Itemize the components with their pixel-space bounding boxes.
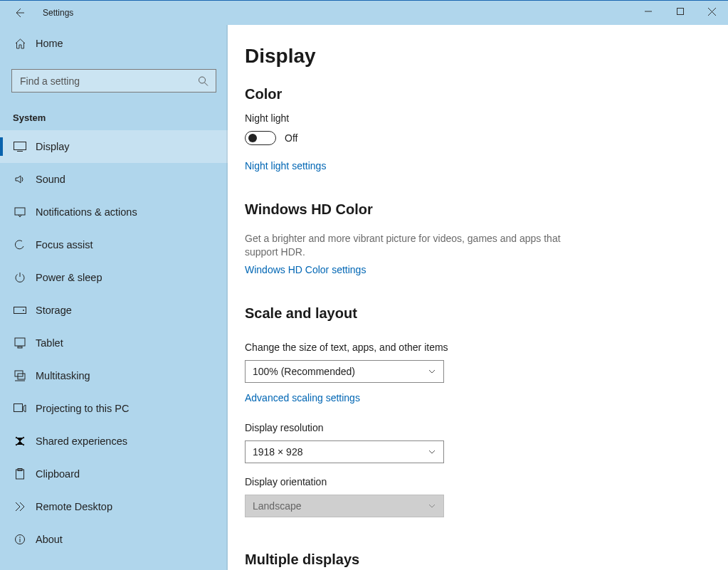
svg-point-23	[19, 537, 21, 538]
orientation-value: Landscape	[253, 500, 302, 512]
power-icon	[13, 272, 27, 283]
sidebar-item-about[interactable]: About	[0, 523, 228, 556]
sidebar-item-display[interactable]: Display	[0, 130, 228, 163]
sidebar: Home System DisplaySoundNotifications & …	[0, 25, 228, 570]
chevron-down-icon	[428, 367, 436, 376]
sidebar-item-label: Power & sleep	[36, 272, 102, 283]
sidebar-item-label: Projecting to this PC	[36, 403, 129, 414]
titlebar-left: Settings	[0, 1, 73, 25]
sidebar-item-projecting-to-this-pc[interactable]: Projecting to this PC	[0, 392, 228, 425]
night-light-label: Night light	[245, 112, 728, 124]
sidebar-item-shared-experiences[interactable]: Shared experiences	[0, 425, 228, 458]
scale-dropdown[interactable]: 100% (Recommended)	[245, 360, 444, 383]
resolution-label: Display resolution	[245, 422, 728, 433]
display-icon	[13, 142, 27, 152]
chevron-down-icon	[428, 502, 436, 510]
search-input[interactable]	[12, 75, 190, 87]
svg-point-8	[23, 310, 24, 311]
search-box[interactable]	[11, 69, 216, 93]
shared-icon	[13, 436, 27, 447]
search-container	[11, 69, 216, 93]
section-color: Color	[245, 86, 728, 102]
page-title: Display	[245, 45, 728, 68]
hd-color-description: Get a brighter and more vibrant picture …	[245, 232, 579, 259]
sidebar-item-label: Focus assist	[36, 239, 93, 250]
night-light-settings-link[interactable]: Night light settings	[245, 160, 326, 171]
home-icon	[13, 38, 27, 50]
main-content: Display Color Night light Off Night ligh…	[228, 25, 728, 570]
svg-point-2	[199, 77, 206, 83]
storage-icon	[13, 307, 27, 314]
scale-value: 100% (Recommended)	[253, 366, 355, 377]
sidebar-item-clipboard[interactable]: Clipboard	[0, 458, 228, 490]
window-controls	[632, 1, 728, 22]
sidebar-item-focus-assist[interactable]: Focus assist	[0, 228, 228, 261]
scale-change-label: Change the size of text, apps, and other…	[245, 342, 728, 353]
sidebar-item-storage[interactable]: Storage	[0, 294, 228, 327]
maximize-icon	[677, 8, 684, 15]
close-button[interactable]	[696, 1, 728, 22]
clipboard-icon	[13, 468, 27, 480]
sidebar-item-label: Notifications & actions	[36, 206, 137, 218]
svg-rect-10	[18, 347, 22, 348]
close-icon	[708, 8, 716, 16]
settings-window: Settings Home	[0, 0, 728, 570]
sidebar-item-label: Clipboard	[36, 468, 80, 480]
tablet-icon	[13, 337, 27, 349]
night-light-state: Off	[285, 132, 297, 144]
multitask-icon	[13, 370, 27, 381]
maximize-button[interactable]	[664, 1, 696, 22]
sidebar-item-multitasking[interactable]: Multitasking	[0, 359, 228, 392]
titlebar: Settings	[0, 1, 728, 25]
sidebar-item-label: About	[36, 534, 63, 545]
back-button[interactable]	[13, 6, 26, 19]
svg-rect-14	[14, 404, 23, 412]
svg-rect-6	[15, 208, 25, 215]
notifications-icon	[13, 206, 27, 218]
orientation-dropdown: Landscape	[245, 495, 444, 517]
section-multiple-displays: Multiple displays	[245, 551, 728, 568]
sidebar-item-remote-desktop[interactable]: Remote Desktop	[0, 490, 228, 523]
sidebar-item-sound[interactable]: Sound	[0, 163, 228, 196]
advanced-scaling-link[interactable]: Advanced scaling settings	[245, 392, 360, 403]
sidebar-item-tablet[interactable]: Tablet	[0, 327, 228, 359]
window-title: Settings	[43, 8, 73, 18]
orientation-label: Display orientation	[245, 476, 728, 487]
back-arrow-icon	[14, 7, 25, 19]
sidebar-item-label: Tablet	[36, 337, 63, 349]
remote-icon	[13, 501, 27, 512]
sidebar-item-label: Shared experiences	[36, 436, 127, 447]
sidebar-item-label: Multitasking	[36, 370, 90, 381]
search-icon	[198, 75, 209, 86]
resolution-dropdown[interactable]: 1918 × 928	[245, 440, 444, 463]
home-button[interactable]: Home	[0, 28, 228, 59]
sound-icon	[13, 174, 27, 185]
section-hd-color: Windows HD Color	[245, 201, 728, 218]
section-scale: Scale and layout	[245, 305, 728, 322]
sidebar-item-notifications-actions[interactable]: Notifications & actions	[0, 196, 228, 228]
night-light-toggle[interactable]	[245, 131, 276, 145]
sidebar-item-label: Sound	[36, 174, 65, 185]
sidebar-item-power-sleep[interactable]: Power & sleep	[0, 261, 228, 294]
home-label: Home	[36, 38, 63, 49]
toggle-knob	[248, 134, 257, 142]
night-light-toggle-row: Off	[245, 131, 728, 145]
focus-icon	[13, 239, 27, 250]
sidebar-item-label: Remote Desktop	[36, 501, 112, 512]
hd-color-settings-link[interactable]: Windows HD Color settings	[245, 264, 366, 275]
minimize-button[interactable]	[632, 1, 664, 22]
sidebar-section-label: System	[0, 100, 228, 130]
window-body: Home System DisplaySoundNotifications & …	[0, 25, 728, 570]
svg-rect-9	[15, 338, 25, 346]
sidebar-nav: DisplaySoundNotifications & actionsFocus…	[0, 130, 228, 556]
svg-rect-1	[677, 9, 683, 15]
svg-line-3	[205, 83, 209, 86]
projecting-icon	[13, 403, 27, 413]
resolution-value: 1918 × 928	[253, 446, 302, 458]
about-icon	[13, 534, 27, 545]
chevron-down-icon	[428, 448, 436, 456]
svg-rect-4	[14, 142, 26, 150]
sidebar-item-label: Display	[36, 141, 70, 152]
sidebar-item-label: Storage	[36, 305, 72, 316]
minimize-icon	[645, 8, 652, 15]
